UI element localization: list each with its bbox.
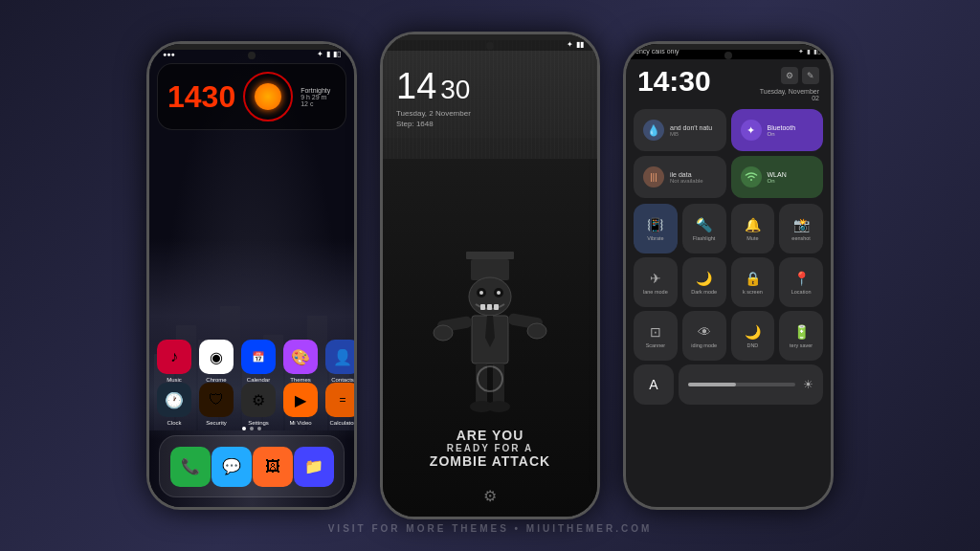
phone3-water-tile[interactable]: 💧 and don't natu MB	[634, 109, 726, 151]
phone3-vol-up-button[interactable]	[623, 140, 625, 168]
phone3-location-btn[interactable]: 📍 Location	[779, 257, 823, 307]
dnd-label: DND	[746, 342, 758, 348]
phone3-quick-grid: 📳 Vibrate 🔦 Flashlight 🔔 Mute 📸 eenshot	[626, 202, 831, 255]
phone3-power-button[interactable]	[832, 159, 834, 207]
app-security[interactable]: 🛡 Security	[199, 383, 234, 426]
app-music[interactable]: ♪ Music	[157, 340, 191, 383]
phone3-signal-icon: ▮	[807, 48, 811, 55]
app-calculator[interactable]: = Calculator	[325, 383, 357, 426]
screenshot-label: eenshot	[791, 235, 811, 241]
phone1-power-button[interactable]	[355, 159, 357, 207]
phone-1: ●●● ✦ ▮ ▮▯ 1430 Fortnighty 9 h 29 m 12 c…	[146, 41, 357, 510]
phone3-vol-extra-button[interactable]	[623, 235, 625, 283]
phone3-time: 14:30	[637, 67, 711, 96]
phone-2: ✦ ▮▮ 14 30 Tuesday, 2 November Step: 164…	[380, 32, 600, 519]
phone2-content: ✦ ▮▮ 14 30 Tuesday, 2 November Step: 164…	[383, 34, 597, 517]
phone3-bottom-tiles-row1: ✈ lane mode 🌙 Dark mode 🔒 k screen 📍 Loc…	[626, 255, 831, 309]
phone3-bottom-row: A ☀	[626, 363, 831, 407]
app-clock[interactable]: 🕐 Clock	[157, 383, 191, 426]
phone3-time-left: 14:30	[637, 67, 711, 96]
app-music-label: Music	[167, 377, 182, 383]
app-chrome[interactable]: ◉ Chrome	[199, 340, 234, 383]
mobile-data-tile-subtitle: Not available	[670, 178, 717, 184]
phone1-status-left: ●●●	[163, 51, 175, 57]
darkmode-icon: 🌙	[696, 271, 712, 286]
app-themes-label: Themes	[290, 377, 311, 383]
phone3-content: ency calls only ✦ ▮ ▮▯ 14:30 ⚙ ✎ Tuesday…	[626, 44, 831, 507]
phone3-scanner-btn[interactable]: ⊡ Scanner	[634, 311, 678, 361]
mobile-data-icon: |||	[643, 166, 664, 187]
phone3-edit-icon[interactable]: ✎	[802, 67, 819, 84]
phone3-flashlight-btn[interactable]: 🔦 Flashlight	[682, 204, 726, 253]
brightness-track	[688, 383, 795, 386]
phone2-date: Tuesday, 2 November	[396, 109, 584, 118]
app-mivideo[interactable]: ▶ Mi Video	[283, 383, 318, 426]
contacts-icon: 👤	[333, 348, 352, 366]
svg-point-5	[479, 291, 483, 295]
phone3-lockscreen-btn[interactable]: 🔒 k screen	[731, 257, 775, 307]
app-settings[interactable]: ⚙ Settings	[241, 383, 276, 426]
phone1-app-grid-row2: ♪ Music ◉ Chrome 📅 Calendar 🎨 Themes 👤	[157, 340, 346, 383]
phone2-vol-down-button[interactable]	[380, 168, 382, 216]
phone-3: ency calls only ✦ ▮ ▮▯ 14:30 ⚙ ✎ Tuesday…	[623, 41, 834, 510]
phone2-battery-icon: ▮▮	[576, 40, 584, 49]
phone3-dnd-btn[interactable]: 🌙 DND	[731, 311, 775, 361]
phone1-compass	[243, 72, 293, 121]
svg-point-13	[434, 325, 453, 341]
battery-saver-label: tery saver	[790, 342, 813, 348]
phone3-text-btn[interactable]: A	[634, 364, 674, 405]
dock-messages[interactable]: 💬	[212, 447, 252, 487]
text-a-icon: A	[649, 377, 657, 392]
brightness-fill	[688, 383, 736, 386]
phone3-mute-btn[interactable]: 🔔 Mute	[731, 204, 775, 253]
dock-gallery[interactable]: 🖼	[253, 447, 293, 487]
mobile-data-tile-text: ile data Not available	[670, 171, 717, 184]
phone2-settings-icon[interactable]: ⚙	[483, 487, 497, 505]
phone1-widget-date: Fortnighty	[301, 87, 336, 94]
app-themes[interactable]: 🎨 Themes	[283, 340, 318, 383]
watermark-text: VISIT FOR MORE THEMES • MIUITHEMER.COM	[328, 523, 653, 534]
phone3-mobile-data-tile[interactable]: ||| ile data Not available	[634, 156, 726, 198]
themes-icon: 🎨	[291, 348, 310, 366]
battery-saver-icon: 🔋	[793, 324, 810, 340]
app-mivideo-label: Mi Video	[289, 420, 311, 426]
phone2-zombie-text: ARE YOU READY FOR A ZOMBIE ATTACK	[383, 428, 597, 469]
dnd-icon: 🌙	[745, 324, 761, 340]
phone3-airplane-btn[interactable]: ✈ lane mode	[634, 257, 678, 307]
phone3-brightness-slider[interactable]: ☀	[679, 364, 823, 405]
mute-icon: 🔔	[745, 217, 761, 232]
dock-files[interactable]: 📁	[294, 447, 334, 487]
phone3-battery-saver-btn[interactable]: 🔋 tery saver	[779, 311, 823, 361]
phone3-day: Tuesday, November	[760, 88, 819, 95]
phone3-vol-down-button[interactable]	[623, 178, 625, 226]
dock-phone[interactable]: 📞	[170, 447, 211, 487]
app-contacts[interactable]: 👤 Contacts	[325, 340, 357, 383]
settings-icon: ⚙	[252, 391, 265, 409]
phone1-compass-inner	[255, 83, 281, 110]
screenshot-icon: 📸	[793, 217, 810, 232]
phone1-vol-up-button[interactable]	[146, 140, 148, 168]
phone1-time-widget: 1430 Fortnighty 9 h 29 m 12 c	[157, 63, 346, 130]
bluetooth-tile-icon: ✦	[741, 120, 762, 141]
music-icon: ♪	[170, 348, 178, 365]
vibrate-label: Vibrate	[647, 235, 663, 241]
phone2-vol-up-button[interactable]	[380, 130, 382, 159]
app-calendar-label: Calendar	[247, 377, 270, 383]
lockscreen-icon: 🔒	[745, 271, 761, 286]
app-calendar[interactable]: 📅 Calendar	[241, 340, 276, 383]
phone2-power-button[interactable]	[598, 149, 600, 197]
airplane-label: lane mode	[643, 289, 668, 295]
phone1-vol-down-button[interactable]	[146, 178, 148, 226]
location-label: Location	[791, 289, 812, 295]
phone3-bluetooth-tile[interactable]: ✦ Bluetooth On	[731, 109, 824, 151]
phone3-darkmode-btn[interactable]: 🌙 Dark mode	[682, 257, 726, 307]
phone3-wlan-tile[interactable]: WLAN On	[731, 156, 824, 198]
page-dot-1	[242, 427, 246, 430]
phone3-control-grid: 💧 and don't natu MB ✦ Bluetooth On ||| i…	[626, 105, 831, 202]
phone3-gear-icon[interactable]: ⚙	[781, 67, 798, 84]
phone1-time: 1430	[167, 81, 235, 112]
phone3-riding-btn[interactable]: 👁 iding mode	[682, 311, 726, 361]
security-icon: 🛡	[209, 391, 224, 408]
phone3-vibrate-btn[interactable]: 📳 Vibrate	[634, 204, 678, 253]
phone3-screenshot-btn[interactable]: 📸 eenshot	[779, 204, 823, 253]
